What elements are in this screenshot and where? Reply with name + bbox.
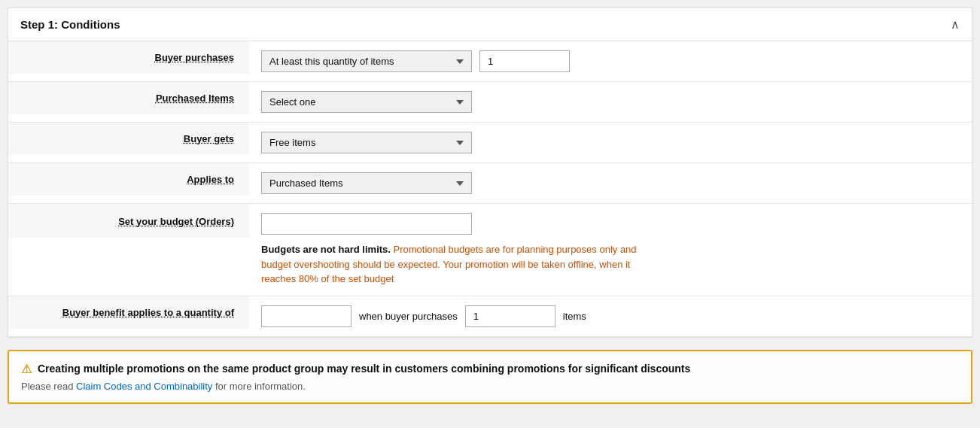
buyer-purchases-dropdown[interactable]: At least this quantity of items At least… bbox=[261, 50, 472, 72]
section-title: Step 1: Conditions bbox=[20, 18, 120, 31]
buyer-purchases-row: Buyer purchases At least this quantity o… bbox=[8, 41, 972, 82]
buyer-benefit-when-quantity-input[interactable] bbox=[465, 305, 555, 327]
warning-body: Please read Claim Codes and Combinabilit… bbox=[21, 381, 959, 392]
applies-to-label: Applies to bbox=[187, 174, 234, 185]
purchased-items-label-cell: Purchased Items bbox=[8, 82, 249, 114]
buyer-gets-label-cell: Buyer gets bbox=[8, 123, 249, 155]
buyer-gets-dropdown[interactable]: Free items Discounted items bbox=[261, 132, 472, 153]
items-text: items bbox=[563, 311, 586, 322]
budget-note: Budgets are not hard limits. Promotional… bbox=[261, 242, 638, 287]
collapse-icon[interactable]: ∧ bbox=[951, 17, 960, 32]
set-budget-row: Set your budget (Orders) Budgets are not… bbox=[8, 204, 972, 296]
applies-to-content: Purchased Items All Items bbox=[249, 163, 972, 203]
buyer-gets-content: Free items Discounted items bbox=[249, 123, 972, 162]
buyer-benefit-quantity-input[interactable] bbox=[261, 305, 352, 327]
warning-title-text: Creating multiple promotions on the same… bbox=[38, 363, 690, 375]
warning-box: ⚠ Creating multiple promotions on the sa… bbox=[8, 350, 972, 404]
applies-to-row: Applies to Purchased Items All Items bbox=[8, 163, 972, 204]
buyer-gets-row: Buyer gets Free items Discounted items bbox=[8, 123, 972, 163]
budget-note-bold: Budgets are not hard limits. bbox=[261, 244, 391, 255]
warning-title: ⚠ Creating multiple promotions on the sa… bbox=[21, 362, 959, 376]
claim-codes-link[interactable]: Claim Codes and Combinability bbox=[76, 381, 212, 392]
purchased-items-label: Purchased Items bbox=[156, 93, 234, 104]
section-header: Step 1: Conditions ∧ bbox=[8, 8, 972, 41]
applies-to-label-cell: Applies to bbox=[8, 163, 249, 196]
budget-input[interactable] bbox=[261, 213, 472, 235]
applies-to-dropdown[interactable]: Purchased Items All Items bbox=[261, 172, 472, 194]
conditions-section: Step 1: Conditions ∧ Buyer purchases At … bbox=[8, 8, 972, 338]
buyer-benefit-content: when buyer purchases items bbox=[249, 296, 972, 336]
purchased-items-dropdown[interactable]: Select one bbox=[261, 91, 472, 113]
buyer-purchases-label-cell: Buyer purchases bbox=[8, 41, 249, 74]
buyer-gets-label: Buyer gets bbox=[184, 133, 234, 144]
buyer-benefit-label: Buyer benefit applies to a quantity of bbox=[62, 307, 234, 318]
set-budget-label: Set your budget (Orders) bbox=[118, 216, 234, 227]
set-budget-label-cell: Set your budget (Orders) bbox=[8, 204, 249, 238]
buyer-purchases-content: At least this quantity of items At least… bbox=[249, 41, 972, 81]
warning-icon: ⚠ bbox=[21, 362, 32, 376]
buyer-benefit-label-cell: Buyer benefit applies to a quantity of bbox=[8, 296, 249, 329]
buyer-benefit-row: Buyer benefit applies to a quantity of w… bbox=[8, 296, 972, 337]
set-budget-content: Budgets are not hard limits. Promotional… bbox=[249, 204, 972, 296]
when-buyer-purchases-text: when buyer purchases bbox=[359, 311, 458, 322]
buyer-purchases-quantity-input[interactable] bbox=[479, 50, 570, 72]
purchased-items-row: Purchased Items Select one bbox=[8, 82, 972, 123]
warning-body-prefix: Please read bbox=[21, 381, 76, 392]
warning-body-suffix: for more information. bbox=[212, 381, 306, 392]
buyer-purchases-label: Buyer purchases bbox=[155, 52, 235, 63]
purchased-items-content: Select one bbox=[249, 82, 972, 122]
